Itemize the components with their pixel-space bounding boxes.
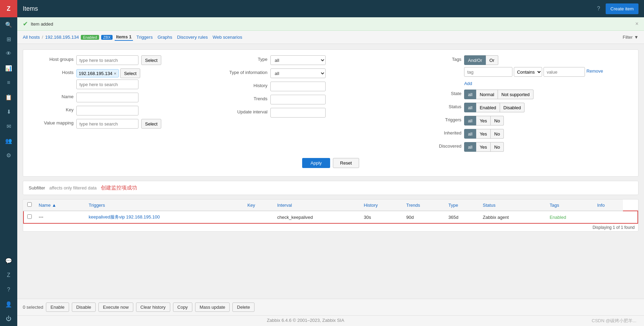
delete-button[interactable]: Delete [232, 302, 254, 312]
sidebar-icon-user[interactable]: 👤 [0, 297, 17, 311]
host-chip-close[interactable]: × [114, 71, 117, 76]
sidebar-icon-dashboard[interactable]: ⊞ [0, 32, 17, 46]
state-not-supported-button[interactable]: Not supported [498, 90, 534, 99]
mass-update-button[interactable]: Mass update [195, 302, 230, 312]
th-key[interactable]: Key [244, 199, 273, 211]
row-name-link[interactable]: keepalived服务vip 192.168.195.100 [89, 214, 160, 220]
type-info-select[interactable]: all [270, 68, 326, 78]
update-interval-input[interactable] [270, 108, 326, 118]
filter-actions: Apply Reset [29, 155, 633, 171]
filter-host-groups-row: Host groups Select [29, 55, 209, 65]
sidebar-icon-monitoring[interactable]: 👁 [0, 46, 17, 61]
apply-button[interactable]: Apply [302, 158, 330, 168]
type-select[interactable]: all [270, 55, 326, 65]
clear-history-button[interactable]: Clear history [136, 302, 170, 312]
discovered-yes-button[interactable]: Yes [476, 142, 491, 152]
sidebar-icon-settings[interactable]: ⚙ [0, 148, 17, 162]
row-actions-cell: ••• [35, 211, 85, 223]
th-info[interactable]: Info [594, 199, 623, 211]
filter-toggle[interactable]: Filter ▼ [623, 35, 638, 40]
sidebar-icon-logout[interactable]: ⏻ [0, 311, 17, 326]
name-input[interactable] [76, 93, 138, 102]
discovered-all-button[interactable]: all [464, 142, 476, 152]
th-trends[interactable]: Trends [403, 199, 445, 211]
status-all-button[interactable]: all [464, 103, 476, 112]
nav-web-scenarios[interactable]: Web scenarios [211, 34, 244, 40]
history-input[interactable] [270, 82, 326, 91]
tags-or-button[interactable]: Or [486, 55, 498, 65]
value-mapping-input[interactable] [76, 119, 138, 129]
filter-name-row: Name [29, 93, 209, 102]
notification-close-icon[interactable]: × [635, 21, 638, 27]
sidebar-icon-support[interactable]: 💬 [0, 253, 17, 268]
sidebar-icon-alerts[interactable]: ✉ [0, 119, 17, 133]
triggers-yes-button[interactable]: Yes [476, 116, 491, 125]
th-tags[interactable]: Tags [546, 199, 594, 211]
status-disabled-button[interactable]: Disabled [500, 103, 525, 112]
host-groups-label: Host groups [29, 55, 74, 62]
nav-discovery-rules[interactable]: Discovery rules [176, 34, 209, 40]
host-groups-input[interactable] [76, 55, 138, 65]
th-interval[interactable]: Interval [274, 199, 361, 211]
sidebar-icon-help[interactable]: ? [0, 282, 17, 297]
trends-input[interactable] [270, 95, 326, 104]
sidebar-icon-inventory[interactable]: ≡ [0, 75, 17, 90]
disable-button[interactable]: Disable [72, 302, 96, 312]
sidebar: Z 🔍 ⊞ 👁 📊 ≡ 📋 ⬇ ✉ 👥 ⚙ 💬 Z ? 👤 ⏻ [0, 0, 17, 326]
copy-button[interactable]: Copy [173, 302, 192, 312]
select-all-checkbox[interactable] [27, 202, 32, 207]
history-label: History [223, 82, 268, 88]
execute-now-button[interactable]: Execute now [98, 302, 133, 312]
sidebar-icon-search[interactable]: 🔍 [0, 17, 17, 32]
host-groups-select-button[interactable]: Select [141, 55, 161, 65]
state-all-button[interactable]: all [464, 90, 476, 99]
row-actions-icon[interactable]: ••• [39, 215, 44, 220]
breadcrumb-all-hosts[interactable]: All hosts [23, 35, 40, 40]
discovered-no-button[interactable]: No [491, 142, 504, 152]
hosts-select-button[interactable]: Select [120, 68, 140, 78]
sidebar-icon-reports[interactable]: 📋 [0, 90, 17, 104]
triggers-all-button[interactable]: all [464, 116, 476, 125]
sidebar-icon-data-collection[interactable]: ⬇ [0, 104, 17, 119]
reset-button[interactable]: Reset [333, 158, 359, 168]
tag-remove-link[interactable]: Remove [586, 67, 603, 77]
th-triggers[interactable]: Triggers [85, 199, 244, 211]
th-type[interactable]: Type [445, 199, 480, 211]
row-info-cell [623, 211, 638, 223]
sidebar-icon-users[interactable]: 👥 [0, 133, 17, 148]
tag-value-input[interactable] [544, 67, 585, 77]
sidebar-icon-zabbix[interactable]: Z [0, 268, 17, 282]
row-status-value: Enabled [550, 215, 566, 220]
th-name[interactable]: Name ▲ [35, 199, 85, 211]
tag-operator-select[interactable]: Contains [514, 67, 542, 77]
inherited-all-button[interactable]: all [464, 129, 476, 139]
status-btn-group: all Enabled Disabled [464, 103, 525, 112]
state-normal-button[interactable]: Normal [476, 90, 498, 99]
key-input[interactable] [76, 106, 138, 115]
filter-key-row: Key [29, 106, 209, 115]
row-checkbox[interactable] [27, 214, 32, 219]
tag-input[interactable] [464, 67, 512, 77]
inherited-no-button[interactable]: No [491, 129, 504, 139]
row-trends-cell: 365d [445, 211, 480, 223]
value-mapping-select-button[interactable]: Select [141, 119, 161, 129]
nav-items[interactable]: Items 1 [115, 34, 133, 41]
filter-panel: Host groups Select Hosts 192.168.195.134… [23, 49, 638, 177]
nav-graphs[interactable]: Graphs [156, 34, 174, 40]
tags-and-or-button[interactable]: And/Or [464, 55, 486, 65]
th-status[interactable]: Status [479, 199, 546, 211]
sidebar-logo[interactable]: Z [0, 0, 17, 17]
tag-add-link[interactable]: Add [464, 81, 603, 86]
help-icon[interactable]: ? [597, 6, 600, 12]
hosts-search-input[interactable] [76, 80, 138, 89]
th-history[interactable]: History [361, 199, 403, 211]
tag-row: Contains Remove [464, 67, 603, 77]
enable-button[interactable]: Enable [46, 302, 69, 312]
breadcrumb-host-ip[interactable]: 192.168.195.134 [45, 35, 79, 40]
create-item-button[interactable]: Create item [606, 3, 638, 14]
triggers-no-button[interactable]: No [491, 116, 504, 125]
nav-triggers[interactable]: Triggers [135, 34, 154, 40]
inherited-yes-button[interactable]: Yes [476, 129, 491, 139]
sidebar-icon-services[interactable]: 📊 [0, 61, 17, 75]
status-enabled-button[interactable]: Enabled [476, 103, 500, 112]
